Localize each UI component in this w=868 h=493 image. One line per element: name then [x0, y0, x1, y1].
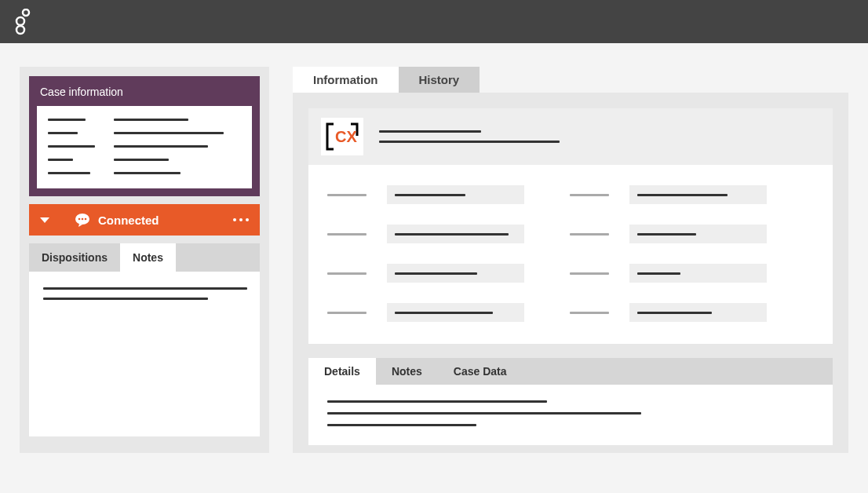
tab-dispositions[interactable]: Dispositions: [29, 243, 120, 272]
placeholder-text: [48, 145, 95, 148]
placeholder-text: [114, 159, 169, 161]
subtab-case-data[interactable]: Case Data: [438, 358, 523, 385]
data-field: [327, 303, 524, 322]
subtab-notes[interactable]: Notes: [376, 358, 438, 385]
svg-text:CX: CX: [335, 128, 357, 145]
case-info-col-right: [114, 119, 224, 174]
placeholder-text: [379, 141, 560, 143]
placeholder-text: [48, 119, 86, 121]
svg-point-5: [82, 218, 84, 221]
data-field: [570, 185, 767, 204]
cx-logo-icon: CX: [321, 118, 363, 155]
placeholder-text: [114, 132, 224, 134]
field-value-box[interactable]: [629, 185, 767, 204]
data-field: [570, 264, 767, 283]
connection-status-bar[interactable]: Connected: [29, 204, 260, 236]
placeholder-text: [327, 412, 641, 414]
case-header: CX: [308, 108, 833, 165]
case-info-body: [37, 106, 252, 188]
svg-point-0: [23, 9, 29, 16]
placeholder-text: [114, 145, 208, 148]
field-label: [570, 233, 609, 236]
status-label: Connected: [98, 214, 159, 227]
placeholder-text: [327, 424, 476, 426]
data-field: [570, 303, 767, 322]
field-value-box[interactable]: [387, 303, 524, 322]
tab-notes[interactable]: Notes: [120, 243, 176, 272]
data-field: [327, 225, 524, 243]
main-tabs: Information History: [293, 67, 848, 93]
placeholder-text: [48, 172, 90, 174]
chevron-down-icon[interactable]: [40, 217, 49, 223]
svg-point-6: [85, 218, 87, 221]
placeholder-text: [43, 287, 247, 290]
data-field: [327, 185, 524, 204]
data-row: [327, 225, 814, 243]
data-fields-section: [308, 165, 833, 344]
case-info-col-left: [48, 119, 95, 174]
data-row: [327, 303, 814, 322]
notes-panel: [29, 272, 260, 436]
placeholder-text: [48, 159, 73, 161]
case-info-title: Case information: [37, 86, 252, 98]
details-panel: [308, 385, 833, 445]
field-value-box[interactable]: [629, 225, 767, 243]
svg-point-2: [16, 26, 24, 34]
svg-point-4: [78, 218, 81, 221]
information-container: CX: [293, 93, 848, 453]
field-value-box[interactable]: [387, 225, 524, 243]
field-label: [570, 312, 609, 314]
right-panel: Information History CX: [293, 67, 848, 453]
placeholder-text: [379, 130, 481, 133]
case-info-card: Case information: [29, 76, 260, 196]
data-field: [570, 225, 767, 243]
sub-tabs: Details Notes Case Data: [308, 358, 833, 385]
placeholder-text: [114, 172, 181, 174]
field-label: [327, 194, 367, 196]
data-row: [327, 185, 814, 204]
placeholder-text: [43, 298, 208, 300]
status-content: Connected: [75, 213, 159, 227]
case-header-text: [379, 130, 560, 143]
field-label: [327, 233, 367, 236]
top-bar: [0, 0, 868, 43]
field-label: [570, 194, 609, 196]
more-options-icon[interactable]: [233, 218, 249, 221]
field-value-box[interactable]: [387, 185, 524, 204]
tab-history[interactable]: History: [399, 67, 480, 93]
tab-information[interactable]: Information: [293, 67, 399, 93]
placeholder-text: [327, 400, 547, 403]
data-field: [327, 264, 524, 283]
subtab-details[interactable]: Details: [308, 358, 376, 385]
field-value-box[interactable]: [629, 303, 767, 322]
field-label: [327, 312, 367, 314]
field-label: [327, 272, 367, 275]
field-label: [570, 272, 609, 275]
placeholder-text: [114, 119, 188, 121]
placeholder-text: [48, 132, 78, 134]
workspace: Case information: [0, 43, 868, 461]
chat-icon: [75, 213, 90, 227]
left-tabs: Dispositions Notes: [29, 243, 260, 272]
app-logo-icon: [14, 9, 31, 35]
data-row: [327, 264, 814, 283]
field-value-box[interactable]: [629, 264, 767, 283]
left-panel: Case information: [20, 67, 269, 453]
field-value-box[interactable]: [387, 264, 524, 283]
svg-point-1: [16, 17, 24, 25]
